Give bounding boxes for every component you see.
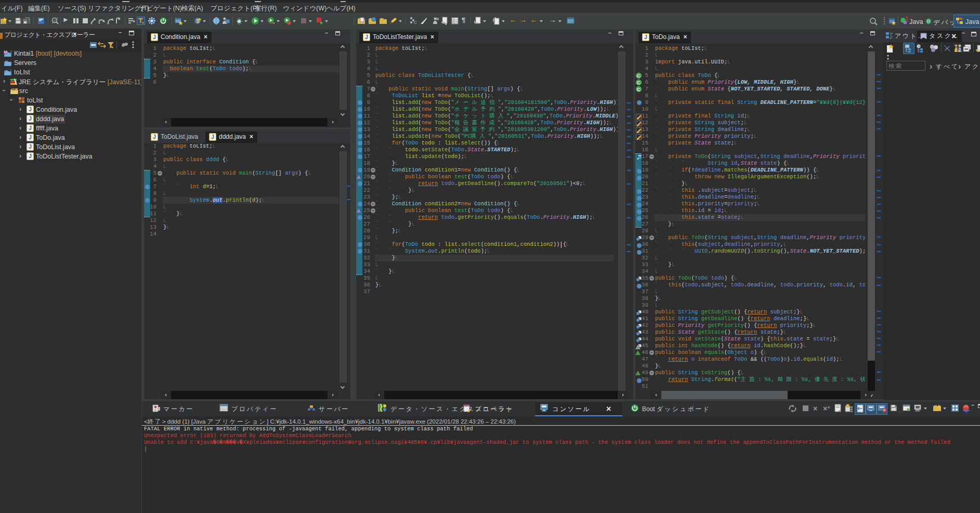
svg-text:C: C [414,20,417,25]
svg-text:J: J [9,49,12,55]
svg-text:M: M [4,50,7,54]
svg-text:J: J [9,68,11,73]
svg-text:$: $ [196,18,199,24]
svg-text:x: x [839,409,841,413]
